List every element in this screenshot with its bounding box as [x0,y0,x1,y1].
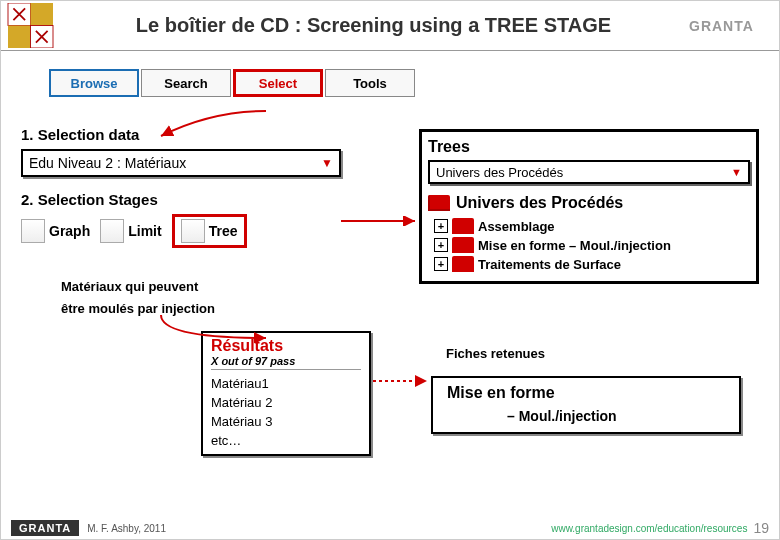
results-title: Résultats [211,337,361,355]
chevron-down-icon: ▼ [321,156,333,170]
result-item[interactable]: Matériau 2 [211,393,361,412]
folder-open-icon [428,195,450,211]
tree-icon [181,219,205,243]
tree-item-mise-en-forme[interactable]: + Mise en forme – Moul./injection [434,237,750,253]
trees-panel-title: Trees [428,138,750,156]
result-item: etc… [211,431,361,450]
fiches-label: Fiches retenues [446,346,545,361]
stage-graph[interactable]: Graph [21,219,90,243]
tab-select[interactable]: Select [233,69,323,97]
trees-dropdown[interactable]: Univers des Procédés ▼ [428,160,750,184]
tabs: Browse Search Select Tools [49,69,779,97]
tab-tools[interactable]: Tools [325,69,415,97]
selection-data-dropdown[interactable]: Edu Niveau 2 : Matériaux ▼ [21,149,341,177]
header: Le boîtier de CD : Screening using a TRE… [1,1,779,51]
stages-row: Graph Limit Tree [21,214,381,248]
selection-data-label: 1. Selection data [21,126,381,143]
granta-logo: GRANTA [689,18,779,34]
folder-icon [452,256,474,272]
tree-root[interactable]: Univers des Procédés [428,194,750,212]
plus-icon[interactable]: + [434,238,448,252]
graph-icon [21,219,45,243]
result-item[interactable]: Matériau1 [211,374,361,393]
page-title: Le boîtier de CD : Screening using a TRE… [58,14,689,37]
arrow-results-to-fiches [373,371,433,391]
folder-icon [452,218,474,234]
result-item[interactable]: Matériau 3 [211,412,361,431]
footer-citation: M. F. Ashby, 2011 [87,523,166,534]
selection-stages-label: 2. Selection Stages [21,191,381,208]
results-subtitle: X out of 97 pass [211,355,361,370]
trees-panel: Trees Univers des Procédés ▼ Univers des… [419,129,759,284]
footer-logo: GRANTA [11,520,79,536]
footer-url: www.grantadesign.com/education/resources [551,523,747,534]
page-number: 19 [753,520,769,536]
cambridge-crest-icon [3,3,58,48]
stage-tree[interactable]: Tree [172,214,247,248]
tab-browse[interactable]: Browse [49,69,139,97]
limit-icon [100,219,124,243]
tree-item-assemblage[interactable]: + Assemblage [434,218,750,234]
selection-data-section: 1. Selection data Edu Niveau 2 : Matéria… [21,126,381,248]
dropdown-value: Edu Niveau 2 : Matériaux [29,155,186,171]
results-box: Résultats X out of 97 pass Matériau1 Mat… [201,331,371,456]
footer: GRANTA M. F. Ashby, 2011 www.grantadesig… [1,517,779,539]
plus-icon[interactable]: + [434,257,448,271]
chevron-down-icon: ▼ [731,166,742,178]
svg-rect-1 [31,3,54,26]
stage-limit[interactable]: Limit [100,219,161,243]
tree-item-traitements[interactable]: + Traitements de Surface [434,256,750,272]
fiches-retenues-box: Mise en forme – Moul./injection [431,376,741,434]
folder-icon [452,237,474,253]
plus-icon[interactable]: + [434,219,448,233]
tab-search[interactable]: Search [141,69,231,97]
svg-rect-2 [8,26,31,49]
mid-note: Matériaux qui peuvent être moulés par in… [61,276,215,320]
mise-sub: – Moul./injection [507,408,725,424]
mise-title: Mise en forme [447,384,725,402]
